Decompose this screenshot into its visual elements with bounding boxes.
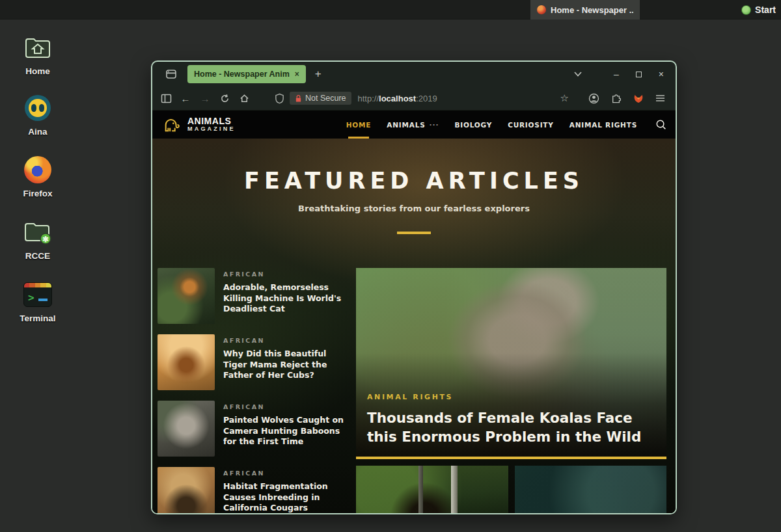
taskbar-window-item[interactable]: Home - Newspaper ... [530, 0, 640, 20]
desktop-icon-firefox[interactable]: Firefox [10, 155, 65, 198]
featured-article-koala[interactable]: ANIMAL RIGHTS Thousands of Female Koalas… [356, 268, 666, 459]
browser-window: Home - Newspaper Anim × + – × ← → [151, 60, 677, 514]
start-button[interactable]: Start [741, 0, 776, 20]
extensions-icon[interactable] [611, 93, 622, 103]
site-header: ANIMALS MAGAZINE HOME ANIMALS··· BIOLOGY… [152, 111, 676, 139]
browser-toolbar: ← → Not Secure http://localhost:2019 ☆ [152, 86, 676, 111]
nav-animals-dropdown-dots: ··· [430, 121, 439, 129]
featured-category: ANIMAL RIGHTS [367, 393, 655, 401]
firefox-view-icon[interactable] [165, 68, 177, 80]
account-icon[interactable] [588, 93, 599, 104]
article-item[interactable]: AFRICAN Adorable, Remorseless Killing Ma… [158, 268, 354, 324]
article-category: AFRICAN [223, 470, 351, 477]
desktop-icon-label: Home [10, 66, 65, 76]
reload-button[interactable] [215, 94, 234, 103]
site-nav: HOME ANIMALS··· BIOLOGY CURIOSITY ANIMAL… [346, 111, 666, 139]
close-button[interactable]: × [659, 69, 664, 79]
article-item[interactable]: AFRICAN Why Did this Beautiful Tiger Mam… [158, 334, 354, 390]
nav-home[interactable]: HOME [346, 111, 372, 139]
svg-text:✱: ✱ [42, 235, 49, 244]
list-all-tabs-icon[interactable] [573, 71, 582, 77]
tab-bar: Home - Newspaper Anim × + – × [152, 62, 676, 86]
nav-animals[interactable]: ANIMALS··· [387, 111, 439, 139]
article-category: AFRICAN [223, 337, 351, 344]
page-viewport: ANIMALS MAGAZINE HOME ANIMALS··· BIOLOGY… [152, 111, 676, 513]
desktop-icon-terminal[interactable]: > Terminal [10, 280, 65, 323]
thumb-wolf-image[interactable] [158, 401, 215, 457]
bookmark-star-icon[interactable]: ☆ [560, 92, 569, 104]
back-button[interactable]: ← [176, 93, 195, 104]
search-icon[interactable] [655, 119, 666, 130]
home-folder-icon [10, 33, 65, 62]
start-icon [741, 5, 751, 15]
shield-icon[interactable] [275, 93, 284, 104]
article-category: AFRICAN [223, 271, 351, 278]
article-title[interactable]: Adorable, Remorseless Killing Machine Is… [223, 282, 351, 315]
aina-icon [10, 93, 65, 123]
article-title[interactable]: Habitat Fragmentation Causes Inbreeding … [223, 481, 351, 513]
featured-title[interactable]: Thousands of Female Koalas Face this Eno… [367, 409, 655, 446]
forward-button[interactable]: → [195, 93, 215, 104]
rcce-folder-icon: ✱ [10, 217, 65, 247]
address-bar[interactable]: Not Secure http://localhost:2019 [272, 89, 560, 107]
home-button[interactable] [234, 94, 254, 103]
firefox-icon [10, 155, 65, 185]
security-chip[interactable]: Not Secure [290, 92, 351, 105]
article-category: AFRICAN [223, 403, 351, 410]
desktop-icon-label: Terminal [10, 313, 65, 323]
article-item[interactable]: AFRICAN Habitat Fragmentation Causes Inb… [158, 467, 354, 513]
desktop-icon-aina[interactable]: Aina [10, 93, 65, 137]
browser-tab[interactable]: Home - Newspaper Anim × [187, 65, 306, 83]
maximize-button[interactable] [636, 72, 642, 77]
window-controls: – × [573, 62, 676, 86]
minimize-button[interactable]: – [614, 71, 619, 77]
start-label: Start [755, 5, 776, 15]
tab-title: Home - Newspaper Anim [194, 70, 290, 79]
hero-title: FEATURED ARTICLES [152, 168, 676, 194]
bottom-image-bear-forest[interactable] [356, 466, 508, 513]
nav-animal-rights[interactable]: ANIMAL RIGHTS [569, 111, 637, 139]
article-item[interactable]: AFRICAN Painted Wolves Caught on Camera … [158, 401, 354, 457]
desktop-icon-home[interactable]: Home [10, 33, 65, 76]
hero-subtitle: Breathtaking stories from our fearless e… [152, 204, 676, 213]
insecure-lock-icon [295, 94, 302, 103]
thumb-tiger-image[interactable] [158, 334, 215, 390]
sidebar-toggle-icon[interactable] [156, 94, 176, 103]
logo-title: ANIMALS [187, 116, 236, 126]
site-logo[interactable]: ANIMALS MAGAZINE [161, 116, 236, 134]
firefox-taskbar-icon [537, 5, 546, 14]
nav-curiosity[interactable]: CURIOSITY [508, 111, 554, 139]
hero-divider [397, 232, 431, 234]
article-title[interactable]: Painted Wolves Caught on Camera Hunting … [223, 415, 351, 447]
new-tab-button[interactable]: + [315, 68, 322, 81]
taskbar-window-title: Home - Newspaper ... [551, 5, 633, 15]
security-label: Not Secure [305, 94, 346, 103]
menu-hamburger-icon[interactable] [655, 94, 665, 102]
terminal-icon: > [10, 280, 65, 310]
desktop-icon-label: Firefox [10, 189, 65, 198]
url-text[interactable]: http://localhost:2019 [358, 94, 437, 103]
nav-biology[interactable]: BIOLOGY [454, 111, 492, 139]
desktop-icon-rcce[interactable]: ✱ RCCE [10, 217, 65, 261]
desktop: Home - Newspaper ... Start Home Aina Fir… [0, 0, 781, 532]
firefox-fox-icon[interactable] [633, 94, 644, 103]
thumb-cougar-image[interactable] [158, 467, 215, 513]
article-title[interactable]: Why Did this Beautiful Tiger Mama Reject… [223, 349, 351, 381]
elephant-logo-icon [161, 116, 182, 134]
desktop-icon-label: RCCE [10, 251, 65, 261]
tab-close-icon[interactable]: × [295, 70, 299, 79]
desktop-icon-label: Aina [10, 127, 65, 137]
hero-section: FEATURED ARTICLES Breathtaking stories f… [152, 139, 676, 513]
toolbar-right-icons [571, 93, 676, 104]
bottom-image-underwater[interactable] [515, 466, 666, 513]
thumb-leaping-cat-image[interactable] [158, 268, 215, 324]
logo-subtitle: MAGAZINE [187, 126, 236, 133]
taskbar: Home - Newspaper ... Start [0, 0, 781, 20]
